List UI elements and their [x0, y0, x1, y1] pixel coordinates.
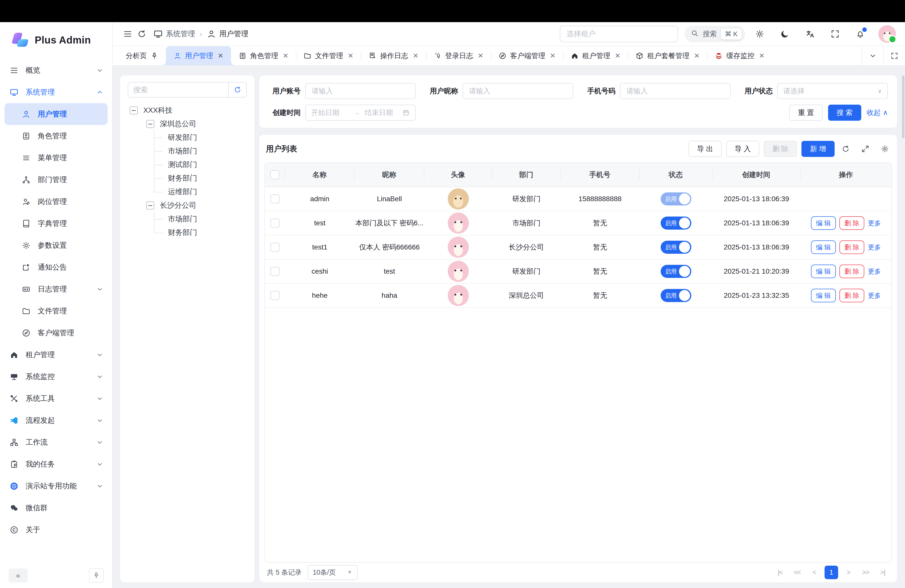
sidebar-item-岗位管理[interactable]: 岗位管理	[0, 191, 112, 213]
sidebar-item-用户管理[interactable]: 用户管理	[5, 103, 108, 125]
sidebar-item-客户端管理[interactable]: 客户端管理	[0, 322, 112, 344]
sidebar-item-工作流[interactable]: 工作流	[0, 431, 112, 453]
more-button[interactable]: 更多	[868, 243, 881, 252]
sidebar-item-关于[interactable]: 关于	[0, 519, 112, 541]
close-icon[interactable]: ✕	[477, 52, 484, 60]
status-toggle[interactable]: 启用	[660, 192, 691, 205]
tree-node-测试部门[interactable]: 测试部门	[128, 158, 247, 172]
tree-collapse-icon[interactable]	[146, 120, 154, 128]
close-icon[interactable]: ✕	[693, 52, 700, 60]
sidebar-item-日志管理[interactable]: 日志管理	[0, 278, 112, 300]
tree-node-财务部门[interactable]: 财务部门	[128, 172, 247, 185]
refresh-page-button[interactable]	[135, 27, 149, 41]
delete-row-button[interactable]: 删 除	[839, 289, 864, 302]
row-checkbox[interactable]	[270, 243, 279, 252]
pager-button[interactable]: >>	[859, 566, 872, 579]
row-checkbox[interactable]	[270, 267, 279, 276]
user-avatar[interactable]	[878, 25, 896, 43]
tree-node-运维部门[interactable]: 运维部门	[128, 185, 247, 199]
edit-button[interactable]: 编 辑	[811, 289, 836, 302]
content-fullscreen-button[interactable]	[883, 46, 905, 65]
export-button[interactable]: 导 出	[689, 141, 722, 157]
edit-button[interactable]: 编 辑	[811, 240, 836, 254]
status-toggle[interactable]: 启用	[660, 241, 691, 254]
sidebar-pin-button[interactable]	[89, 568, 103, 583]
status-toggle[interactable]: 启用	[660, 265, 691, 278]
bell-button[interactable]	[853, 27, 867, 41]
delete-row-button[interactable]: 删 除	[839, 216, 864, 230]
reset-button[interactable]: 重 置	[789, 105, 822, 121]
page-size-select[interactable]: 10条/页▼	[308, 565, 357, 580]
sidebar-item-概览[interactable]: 概览	[0, 59, 112, 81]
search-button[interactable]: 搜 索	[828, 105, 861, 121]
sidebar-item-流程发起[interactable]: 流程发起	[0, 410, 112, 431]
table-refresh-button[interactable]	[840, 143, 851, 154]
row-checkbox[interactable]	[270, 291, 279, 300]
date-range-picker[interactable]: 开始日期→结束日期	[305, 105, 416, 121]
delete-row-button[interactable]: 删 除	[839, 265, 864, 278]
global-search-button[interactable]: 搜索 ⌘ K	[684, 25, 745, 42]
close-icon[interactable]: ✕	[282, 52, 289, 60]
tree-node-长沙分公司[interactable]: 长沙分公司	[128, 199, 247, 212]
sidebar-item-系统工具[interactable]: 系统工具	[0, 388, 112, 410]
filter-input-field[interactable]	[311, 87, 410, 95]
tenant-select[interactable]: 选择租户	[560, 25, 678, 42]
add-button[interactable]: 新 增	[802, 141, 835, 157]
tab-角色管理[interactable]: 角色管理✕	[231, 46, 296, 65]
tab-操作日志[interactable]: 操作日志✕	[361, 46, 426, 65]
moon-button[interactable]	[778, 27, 792, 41]
table-gear-button[interactable]	[880, 143, 891, 154]
tab-文件管理[interactable]: 文件管理✕	[296, 46, 361, 65]
row-avatar[interactable]	[448, 237, 469, 258]
tab-用户管理[interactable]: 用户管理✕	[166, 46, 231, 65]
filter-input-field[interactable]	[626, 87, 724, 95]
tree-search-input[interactable]	[128, 86, 228, 94]
pager-button[interactable]: <<	[791, 566, 804, 579]
row-avatar[interactable]	[448, 285, 469, 306]
pager-button[interactable]: >|	[876, 566, 889, 579]
close-icon[interactable]: ✕	[614, 52, 621, 60]
menu-toggle-button[interactable]	[121, 27, 135, 41]
filter-input-field[interactable]	[468, 87, 567, 95]
select-all-checkbox[interactable]	[270, 170, 279, 179]
sidebar-item-参数设置[interactable]: 参数设置	[0, 234, 112, 256]
sidebar-item-菜单管理[interactable]: 菜单管理	[0, 147, 112, 169]
row-avatar[interactable]	[448, 213, 469, 234]
row-avatar[interactable]	[448, 261, 469, 282]
scrollbar[interactable]	[902, 75, 905, 138]
tree-node-财务部门[interactable]: 财务部门	[128, 226, 247, 240]
gear-button[interactable]	[753, 27, 767, 41]
pager-button[interactable]: <	[807, 566, 821, 579]
tree-node-研发部门[interactable]: 研发部门	[128, 131, 247, 145]
status-toggle[interactable]: 启用	[660, 216, 691, 230]
sidebar-item-系统管理[interactable]: 系统管理	[0, 81, 112, 103]
sidebar-item-文件管理[interactable]: 文件管理	[0, 300, 112, 322]
sidebar-item-演示站专用功能[interactable]: 演示站专用功能	[0, 475, 112, 497]
more-button[interactable]: 更多	[868, 267, 881, 276]
tree-node-市场部门[interactable]: 市场部门	[128, 212, 247, 226]
tree-node-深圳总公司[interactable]: 深圳总公司	[128, 117, 247, 131]
delete-row-button[interactable]: 删 除	[839, 240, 864, 254]
breadcrumb-item[interactable]: 系统管理	[153, 29, 195, 39]
sidebar-collapse-button[interactable]: «	[8, 568, 28, 582]
close-icon[interactable]: ✕	[758, 52, 765, 60]
row-checkbox[interactable]	[270, 194, 279, 203]
row-checkbox[interactable]	[270, 219, 279, 227]
fullscreen-button[interactable]	[828, 27, 842, 41]
sidebar-item-微信群[interactable]: 微信群	[0, 497, 112, 519]
close-icon[interactable]: ✕	[217, 52, 224, 60]
tree-refresh-button[interactable]	[228, 83, 246, 97]
sidebar-item-部门管理[interactable]: 部门管理	[0, 169, 112, 191]
import-button[interactable]: 导 入	[726, 141, 759, 157]
tab-dropdown-button[interactable]	[862, 46, 883, 65]
tree-node-XXX科技[interactable]: XXX科技	[128, 103, 247, 117]
tab-缓存监控[interactable]: 缓存监控✕	[707, 46, 772, 65]
sidebar-item-角色管理[interactable]: 角色管理	[0, 125, 112, 147]
delete-button[interactable]: 删 除	[764, 141, 797, 157]
filter-select-用户状态[interactable]: 请选择∨	[777, 83, 888, 99]
tab-登录日志[interactable]: 登录日志✕	[426, 46, 491, 65]
tab-分析页[interactable]: 分析页	[118, 46, 166, 65]
close-icon[interactable]: ✕	[347, 52, 354, 60]
sidebar-item-租户管理[interactable]: 租户管理	[0, 344, 112, 366]
edit-button[interactable]: 编 辑	[811, 265, 836, 278]
